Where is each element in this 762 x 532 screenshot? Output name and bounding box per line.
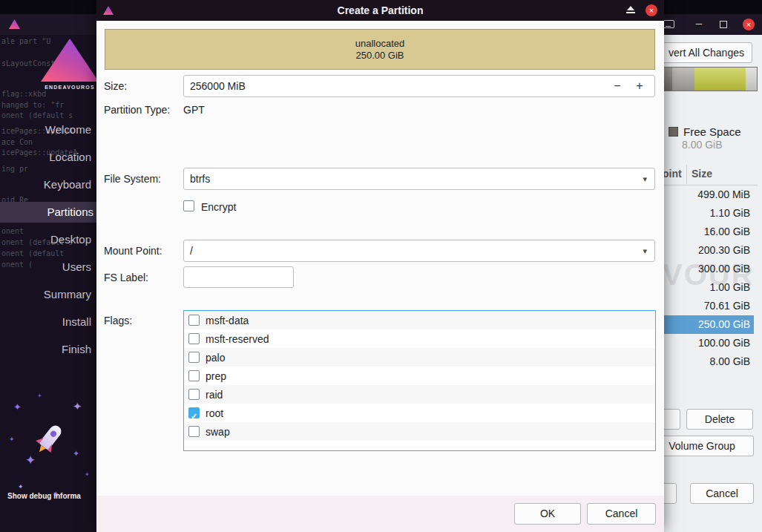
table-row[interactable]: 100.00 GiB xyxy=(651,334,754,352)
partition-bar-segment xyxy=(746,68,757,91)
console-line: hanged to: "fr xyxy=(1,101,64,109)
shade-button[interactable] xyxy=(626,6,635,15)
minimize-button[interactable]: – xyxy=(692,16,706,31)
sidebar-item-welcome[interactable]: Welcome xyxy=(0,119,94,140)
flag-checkbox[interactable]: ✓ xyxy=(188,370,200,381)
chevron-down-icon: ▾ xyxy=(643,168,647,189)
table-row[interactable]: 200.30 GiB xyxy=(651,241,754,260)
unallocated-partition-preview[interactable]: unallocated 250.00 GiB xyxy=(105,29,655,70)
encrypt-checkbox[interactable]: ✓ xyxy=(183,200,194,211)
file-system-select[interactable]: btrfs ▾ xyxy=(183,168,655,190)
size-increase-button[interactable]: + xyxy=(629,76,650,96)
flag-checkbox[interactable]: ✓ xyxy=(188,389,200,400)
fs-label-label: FS Label: xyxy=(104,272,148,283)
partition-bar-segment xyxy=(672,68,694,91)
column-header-mount-point[interactable]: oint xyxy=(663,168,682,180)
flag-checkbox[interactable]: ✓ xyxy=(188,352,200,363)
size-spinbox[interactable]: 256000 MiB − + xyxy=(183,75,655,97)
create-partition-dialog: Create a Partition × unallocated 250.00 … xyxy=(96,0,664,532)
flag-checkbox[interactable]: ✓ xyxy=(188,426,200,437)
revert-all-changes-button[interactable]: vert All Changes xyxy=(660,42,752,63)
cancel-button[interactable]: Cancel xyxy=(587,503,656,525)
star-icon: ✦ xyxy=(9,436,15,443)
star-icon: ✦ xyxy=(73,450,79,458)
close-icon: × xyxy=(746,20,751,29)
flag-row-swap[interactable]: ✓swap xyxy=(184,422,655,441)
main-close-button[interactable]: × xyxy=(743,19,755,30)
main-cancel-button[interactable]: Cancel xyxy=(690,483,754,504)
partition-bar-segment xyxy=(694,68,746,91)
table-row[interactable]: 499.00 MiB xyxy=(651,185,754,204)
size-decrease-button[interactable]: − xyxy=(607,76,628,96)
star-icon: ✦ xyxy=(13,402,22,412)
star-icon: ✦ xyxy=(85,472,90,478)
flag-checkbox[interactable]: ✓ xyxy=(188,315,200,326)
dialog-close-button[interactable]: × xyxy=(646,4,657,16)
free-space-size: 8.00 GiB xyxy=(682,139,722,151)
console-line: sLayoutConst xyxy=(1,59,55,68)
flag-label: msft-reserved xyxy=(206,333,269,345)
endeavouros-logo-text: ENDEAVOUROS xyxy=(34,85,105,90)
sidebar-item-desktop[interactable]: Desktop xyxy=(0,229,94,250)
flag-row-msft-reserved[interactable]: ✓msft-reserved xyxy=(184,329,655,348)
desktop: – × ale part "U sLayoutConst flag::xkbd … xyxy=(0,0,762,532)
sidebar-item-summary[interactable]: Summary xyxy=(0,284,94,305)
flag-checkbox[interactable]: ✓ xyxy=(188,333,200,344)
table-row[interactable]: 70.61 GiB xyxy=(651,297,754,315)
sidebar-item-partitions[interactable]: Partitions xyxy=(0,202,96,223)
chevron-down-icon: ▾ xyxy=(643,240,647,261)
star-icon: ✦ xyxy=(25,454,36,467)
show-debug-link[interactable]: Show debug informa xyxy=(7,492,81,500)
size-value: 256000 MiB xyxy=(190,76,246,96)
flag-label: root xyxy=(206,407,223,419)
maximize-button[interactable] xyxy=(720,21,727,28)
unallocated-size: 250.00 GiB xyxy=(355,50,404,62)
table-row[interactable]: 16.00 GiB xyxy=(651,223,754,241)
sidebar-item-keyboard[interactable]: Keyboard xyxy=(0,174,94,195)
table-row[interactable]: 8.00 GiB xyxy=(651,352,754,371)
column-header-size[interactable]: Size xyxy=(692,168,712,180)
table-row[interactable]: 1.10 GiB xyxy=(651,204,754,223)
encrypt-label: Encrypt xyxy=(201,201,236,213)
check-icon: ✓ xyxy=(191,407,197,426)
sidebar-item-users[interactable]: Users xyxy=(0,257,94,278)
flag-row-prep[interactable]: ✓prep xyxy=(184,367,655,385)
volume-group-button[interactable]: Volume Group xyxy=(650,436,754,456)
flag-row-msft-data[interactable]: ✓msft-data xyxy=(184,311,655,329)
delete-button[interactable]: Delete xyxy=(686,409,753,430)
mount-point-value: / xyxy=(190,240,193,261)
flag-label: msft-data xyxy=(206,315,249,326)
unallocated-label: unallocated xyxy=(355,38,405,50)
ok-button[interactable]: OK xyxy=(514,503,581,525)
flag-checkbox-checked[interactable]: ✓ xyxy=(188,407,200,418)
console-line: onent (default s xyxy=(1,111,73,119)
table-row[interactable]: 300.00 GiB xyxy=(651,260,754,278)
flag-row-root[interactable]: ✓root xyxy=(184,404,655,422)
column-separator xyxy=(686,165,687,184)
sidebar-item-install[interactable]: Install xyxy=(0,312,94,332)
flag-row-raid[interactable]: ✓raid xyxy=(184,385,655,404)
flags-list[interactable]: ✓msft-data ✓msft-reserved ✓palo ✓prep ✓r… xyxy=(183,310,656,451)
free-space-legend-swatch xyxy=(669,127,678,137)
star-icon: ✦ xyxy=(73,401,82,412)
flag-row-palo[interactable]: ✓palo xyxy=(184,348,655,367)
keyboard-layout-icon[interactable] xyxy=(663,20,674,28)
fs-label-input[interactable] xyxy=(183,266,294,288)
mount-point-select[interactable]: / ▾ xyxy=(183,240,655,262)
table-row-selected[interactable]: 250.00 GiB xyxy=(651,315,754,334)
star-icon: ✦ xyxy=(37,393,42,399)
file-system-label: File System: xyxy=(104,173,161,185)
sidebar-item-location[interactable]: Location xyxy=(0,147,94,168)
dialog-title: Create a Partition xyxy=(96,0,664,21)
console-line: flag::xkbd xyxy=(1,90,46,98)
close-icon: × xyxy=(649,6,654,15)
flag-label: swap xyxy=(206,426,230,438)
table-row[interactable]: 1.00 GiB xyxy=(651,278,754,297)
flag-label: palo xyxy=(206,352,225,364)
file-system-value: btrfs xyxy=(190,168,210,189)
star-icon: ✦ xyxy=(18,484,24,490)
free-space-label: Free Space xyxy=(683,125,741,138)
partition-bar xyxy=(651,67,758,91)
sidebar-item-finish[interactable]: Finish xyxy=(0,339,94,360)
size-label: Size: xyxy=(104,80,127,92)
